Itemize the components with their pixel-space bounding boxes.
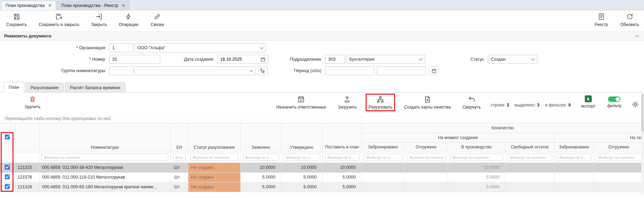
filter-free-balance-input[interactable] <box>508 154 552 161</box>
select-all-checkbox[interactable] <box>5 135 10 139</box>
nomenclature-column-header[interactable]: Номенклатура <box>39 123 170 152</box>
in-production-column-header[interactable]: В производство <box>448 142 505 152</box>
cell-approved[interactable]: 10.0000 <box>281 163 322 172</box>
cell-put-in-plan[interactable]: 10.0000 <box>322 163 361 172</box>
row-checkbox[interactable] <box>5 174 10 179</box>
collapse-section-icon[interactable] <box>635 35 639 39</box>
cell-in-production[interactable]: 5.0000 <box>448 172 505 182</box>
cell-put-in-plan[interactable]: 5.0000 <box>322 182 361 192</box>
approved-column-header[interactable]: Утверждено <box>281 123 322 152</box>
filter-in-production-input[interactable] <box>450 154 503 161</box>
nomenclature-group-combobox[interactable] <box>134 66 256 75</box>
cell-id[interactable]: 121328 <box>15 182 39 192</box>
calendar-icon[interactable] <box>260 57 266 62</box>
cell-shipped[interactable] <box>404 182 448 192</box>
organization-combobox[interactable]: ООО "Альфа" <box>134 43 266 52</box>
cell-declared[interactable]: 5.0000 <box>240 182 281 192</box>
filter-approved-input[interactable] <box>284 154 320 161</box>
cell-approved[interactable]: 5.0000 <box>281 172 322 182</box>
table-row[interactable]: 121576 000.4859. 011.000-119-210 Металло… <box>0 172 644 182</box>
shipped-column-header[interactable]: Отгружено <box>404 142 448 152</box>
cell-in-production[interactable]: 10.0000 <box>448 163 505 172</box>
cell-explode-status[interactable]: Не создано <box>188 182 240 192</box>
filter-declared-input[interactable] <box>243 154 279 161</box>
cell-nomenclature[interactable]: 000.4859. 011.000-119-210 Металлорукав <box>39 172 170 182</box>
collapse-button[interactable]: Свернуть <box>461 95 483 110</box>
cell-reserved[interactable] <box>361 163 404 172</box>
save-button[interactable]: Сохранить <box>6 13 27 27</box>
save-and-close-button[interactable]: Сохранить и закрыть <box>39 13 79 27</box>
cell-reserved[interactable] <box>361 172 404 182</box>
group-by-hint[interactable]: Перетащите сюда колонку для группировки … <box>0 114 644 123</box>
cell-reserved[interactable] <box>361 182 404 192</box>
tab-time-balance[interactable]: Расчёт баланса времени <box>65 83 125 92</box>
filter-put-in-plan-input[interactable] <box>325 154 359 161</box>
cell-nomenclature[interactable]: 000.4859. 011.000-38-420 Металлорукав <box>39 163 170 172</box>
filter-unit-input[interactable] <box>173 154 186 161</box>
cell-reserved2[interactable] <box>554 172 593 182</box>
cell-id[interactable]: 121576 <box>15 172 39 182</box>
tree-select-button[interactable] <box>258 66 268 75</box>
reserved-column-header[interactable]: Забронировано <box>361 142 404 152</box>
cell-declared[interactable]: 5.0000 <box>240 172 281 182</box>
creation-date-input[interactable] <box>218 55 260 63</box>
toggle-on-icon[interactable] <box>608 96 620 102</box>
cell-reserved2[interactable] <box>554 163 593 172</box>
unit-column-header[interactable]: ЕИ <box>170 123 188 152</box>
load-button[interactable]: Загрузить <box>336 95 359 110</box>
filter-status-input[interactable] <box>190 154 238 161</box>
filter-reserved2-input[interactable] <box>557 154 591 161</box>
cell-declared[interactable]: 10.0000 <box>240 163 281 172</box>
period-to-input[interactable] <box>377 66 426 75</box>
shipped2-column-header[interactable]: Отгружено <box>593 142 644 152</box>
period-from-input[interactable] <box>325 66 374 75</box>
filter-toggle-button[interactable]: фильтр <box>606 95 623 109</box>
tab-plan[interactable]: План <box>3 82 24 93</box>
table-row[interactable]: 121328 000.4859. 011.000-65-180 Металлор… <box>0 182 644 192</box>
close-tab-icon[interactable]: ✕ <box>122 3 125 8</box>
delete-button[interactable]: Удалить <box>23 95 42 110</box>
window-tab-plan[interactable]: План производства ✕ <box>1 1 56 10</box>
department-combobox[interactable]: Бухгалтерия <box>346 55 425 64</box>
create-quality-cards-button[interactable]: Создать карты качества <box>402 95 452 110</box>
explode-status-column-header[interactable]: Статус разузлования <box>188 123 240 152</box>
cell-shipped2[interactable] <box>593 163 644 172</box>
number-input[interactable] <box>109 55 160 64</box>
status-combobox[interactable]: Создан <box>488 55 537 64</box>
organization-code-input[interactable] <box>109 43 133 52</box>
cell-id[interactable]: 121325 <box>15 163 39 172</box>
cell-shipped2[interactable] <box>593 172 644 182</box>
vertical-scrollbar[interactable] <box>641 94 644 195</box>
filter-reserved-input[interactable] <box>364 154 402 161</box>
close-tab-icon[interactable]: ✕ <box>48 3 52 8</box>
grid-settings-button[interactable] <box>632 101 639 108</box>
cell-free-balance[interactable] <box>505 172 554 182</box>
cell-unit[interactable]: Шт <box>170 163 188 172</box>
explode-button[interactable]: Разузловать <box>367 95 394 110</box>
filter-nomenclature-input[interactable] <box>42 154 168 161</box>
filter-shipped2-input[interactable] <box>596 154 642 161</box>
cell-shipped[interactable] <box>404 172 448 182</box>
cell-unit[interactable]: Шт <box>170 182 188 192</box>
cell-free-balance[interactable] <box>505 163 554 172</box>
department-code-input[interactable] <box>325 55 345 64</box>
declared-column-header[interactable]: Заявлено <box>240 123 281 152</box>
cell-put-in-plan[interactable]: 5.0000 <box>322 172 361 182</box>
reserved2-column-header[interactable]: Забронировано <box>554 142 593 152</box>
registry-button[interactable]: Реестр <box>594 13 609 27</box>
scrollbar-thumb[interactable] <box>641 94 644 132</box>
excel-export-button[interactable]: X экспорт <box>579 95 597 109</box>
creation-date-field[interactable] <box>217 55 268 64</box>
operations-button[interactable]: Операции <box>119 13 138 27</box>
cell-reserved2[interactable] <box>554 182 593 192</box>
nomenclature-group-code-input[interactable] <box>109 66 133 75</box>
put-in-plan-column-header[interactable]: Поставить в план <box>322 123 361 152</box>
assign-responsible-button[interactable]: Назначить ответственных <box>275 95 328 110</box>
links-button[interactable]: Связки <box>150 13 164 27</box>
free-balance-column-header[interactable]: Свободный остаток <box>505 142 554 152</box>
cell-in-production[interactable]: 5.0000 <box>448 182 505 192</box>
filter-shipped-input[interactable] <box>407 154 446 161</box>
close-button[interactable]: Закрыть <box>91 13 107 27</box>
cell-nomenclature[interactable]: 000.4859. 011.000-65-180 Металлорукав кр… <box>39 182 170 192</box>
id-column-header[interactable] <box>15 123 39 152</box>
